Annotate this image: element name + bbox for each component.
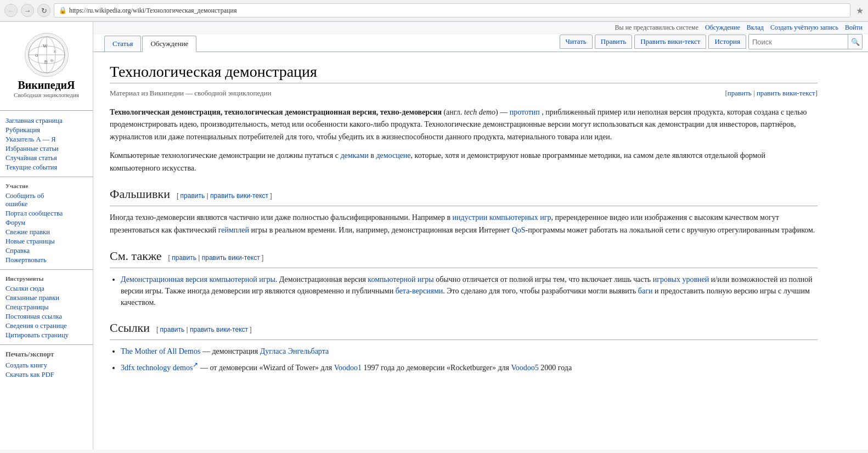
sidebar-divider-1 — [0, 110, 93, 111]
tab-read[interactable]: Читать — [560, 35, 593, 49]
section-edit-wikitext-fakes-link[interactable]: править вики-текст — [210, 192, 268, 200]
engelbart-link[interactable]: Дугласа Энгельбарта — [260, 347, 329, 355]
tab-history[interactable]: История — [708, 35, 746, 49]
sidebar-tools-section: Инструменты Ссылки сюда Связанные правки… — [0, 275, 93, 340]
sidebar-item-current[interactable]: Текущие события — [5, 163, 87, 172]
game-levels-link[interactable]: игровых уровней — [653, 275, 709, 284]
tab-discussion[interactable]: Обсуждение — [142, 36, 196, 52]
forward-button[interactable]: → — [21, 4, 34, 17]
intro-bold: Технологическая демонстрация, технологич… — [110, 108, 442, 116]
3dfx-demos-link[interactable]: 3dfx technology demos — [121, 364, 193, 372]
section-edit-wikitext-links-link[interactable]: править вики-текст — [190, 326, 248, 333]
user-discussion-link[interactable]: Обсуждение — [705, 24, 740, 31]
seealso-list: Демонстрационная версия компьютерной игр… — [121, 274, 818, 308]
section-title-fakes: Фальшивки — [110, 184, 170, 203]
beta-link[interactable]: бета-версиями — [396, 287, 443, 295]
computer-game-link[interactable]: компьютерной игры — [368, 275, 433, 284]
wiki-logo-subtitle: Свободная энциклопедия — [0, 92, 93, 98]
sidebar-item-donate[interactable]: Пожертвовать — [5, 256, 87, 265]
sidebar-item-forum[interactable]: Форум — [5, 218, 87, 228]
search-button[interactable]: 🔍 — [848, 35, 862, 49]
sidebar-item-links-here[interactable]: Ссылки сюда — [5, 284, 87, 293]
demos-link[interactable]: демками — [340, 151, 368, 160]
tabs-left: Статья Обсуждение — [104, 36, 198, 52]
qos-link[interactable]: QoS — [512, 226, 526, 234]
user-contributions-link[interactable]: Вклад — [747, 24, 764, 31]
sidebar-item-cite[interactable]: Цитировать страницу — [5, 331, 87, 340]
section-title-links: Ссылки — [110, 318, 150, 337]
browser-chrome: ← → ↻ 🔒 https://ru.wikipedia.org/wiki/Те… — [0, 0, 868, 22]
wiki-page: W Ω χ 한 中 ВикипедиЯ Свободная энциклопед… — [0, 22, 868, 450]
url-text: https://ru.wikipedia.org/wiki/Технологич… — [69, 7, 236, 15]
sidebar-item-recentchanges[interactable]: Свежие правки — [5, 228, 87, 237]
demoscene-link[interactable]: демосцене — [376, 151, 410, 160]
create-account-link[interactable]: Создать учётную запись — [770, 24, 838, 31]
section-edit-seealso-link[interactable]: править — [172, 254, 196, 262]
section-edit-seealso: [ править | править вики-текст ] — [168, 253, 264, 263]
sidebar-item-categories[interactable]: Рубрикация — [5, 126, 87, 135]
sidebar: W Ω χ 한 中 ВикипедиЯ Свободная энциклопед… — [0, 22, 93, 450]
section-edit-fakes-link[interactable]: править — [181, 192, 205, 200]
print-title: Печать/экспорт — [5, 350, 87, 359]
lock-icon: 🔒 — [59, 7, 67, 15]
gaming-industry-link[interactable]: индустрии компьютерных игр — [453, 213, 551, 222]
reload-button[interactable]: ↻ — [37, 4, 50, 17]
sidebar-item-download-pdf[interactable]: Скачать как PDF — [5, 370, 87, 380]
sidebar-item-page-info[interactable]: Сведения о странице — [5, 321, 87, 331]
mother-of-all-demos-link[interactable]: The Mother of All Demos — [121, 347, 200, 355]
search-input[interactable] — [749, 35, 848, 49]
voodoo1-link[interactable]: Voodoo1 — [334, 364, 362, 372]
list-item-mother-demo: The Mother of All Demos — демонстрация Д… — [121, 346, 818, 357]
user-status: Вы не представились системе — [615, 24, 698, 31]
sidebar-divider-2 — [0, 177, 93, 177]
tab-edit-wikitext[interactable]: Править вики-текст — [634, 35, 706, 49]
wiki-logo-text: ВикипедиЯ — [0, 79, 93, 92]
sidebar-nav-section: Заглавная страница Рубрикация Указатель … — [0, 116, 93, 172]
para2: Компьютерные технологические демонстраци… — [110, 150, 818, 174]
sidebar-item-report[interactable]: Сообщить обошибке — [5, 191, 87, 209]
tools-title: Инструменты — [5, 275, 87, 282]
section-edit-links-link[interactable]: править — [160, 326, 185, 333]
svg-text:中: 中 — [50, 59, 54, 63]
sidebar-item-home[interactable]: Заглавная страница — [5, 116, 87, 126]
sidebar-item-newpages[interactable]: Новые страницы — [5, 237, 87, 246]
login-link[interactable]: Войти — [845, 24, 863, 31]
section-title-seealso: См. также — [110, 246, 162, 265]
sidebar-item-portal[interactable]: Портал сообщества — [5, 209, 87, 218]
sidebar-divider-3 — [0, 269, 93, 270]
top-edit-link[interactable]: править — [728, 89, 752, 97]
section-heading-seealso: См. также [ править | править вики-текст… — [110, 246, 818, 268]
gameplay-link[interactable]: геймплей — [218, 226, 249, 234]
tab-navigation: Статья Обсуждение Читать Править Править… — [93, 34, 868, 52]
voodoo5-link[interactable]: Voodoo5 — [511, 364, 539, 372]
demo-version-link[interactable]: Демонстрационная версия компьютерной игр… — [121, 275, 275, 284]
links-list: The Mother of All Demos — демонстрация Д… — [121, 346, 818, 373]
sidebar-item-related-changes[interactable]: Связанные правки — [5, 293, 87, 303]
sidebar-print-section: Печать/экспорт Создать книгу Скачать как… — [0, 350, 93, 380]
prototype-link[interactable]: прототип — [510, 108, 540, 116]
sidebar-item-index[interactable]: Указатель А — Я — [5, 135, 87, 144]
section-edit-wikitext-seealso-link[interactable]: править вики-текст — [202, 254, 260, 262]
address-bar[interactable]: 🔒 https://ru.wikipedia.org/wiki/Технолог… — [54, 3, 850, 18]
sidebar-item-featured[interactable]: Избранные статьи — [5, 144, 87, 154]
sidebar-item-help[interactable]: Справка — [5, 246, 87, 256]
sidebar-item-random[interactable]: Случайная статья — [5, 154, 87, 163]
external-link-icon: ↗ — [193, 361, 198, 369]
sidebar-divider-4 — [0, 344, 93, 345]
sidebar-item-special[interactable]: Спецстраницы — [5, 303, 87, 312]
back-button[interactable]: ← — [4, 4, 18, 17]
top-edit-wikitext-link[interactable]: править вики-текст — [757, 89, 815, 97]
tab-edit[interactable]: Править — [595, 35, 632, 49]
list-item: Демонстрационная версия компьютерной игр… — [121, 274, 818, 308]
bugs-link[interactable]: баги — [638, 287, 653, 295]
svg-text:W: W — [43, 43, 48, 49]
section-heading-links: Ссылки [ править | править вики-текст ] — [110, 318, 818, 340]
sidebar-item-create-book[interactable]: Создать книгу — [5, 361, 87, 370]
logo-area: W Ω χ 한 中 ВикипедиЯ Свободная энциклопед… — [0, 27, 93, 106]
section-heading-fakes: Фальшивки [ править | править вики-текст… — [110, 184, 818, 206]
tabs-right: Читать Править Править вики-текст Истори… — [560, 34, 869, 52]
participation-title: Участие — [5, 183, 87, 189]
sidebar-item-permalink[interactable]: Постоянная ссылка — [5, 312, 87, 321]
tab-article[interactable]: Статья — [104, 36, 141, 52]
bookmark-icon[interactable]: ★ — [856, 5, 864, 16]
